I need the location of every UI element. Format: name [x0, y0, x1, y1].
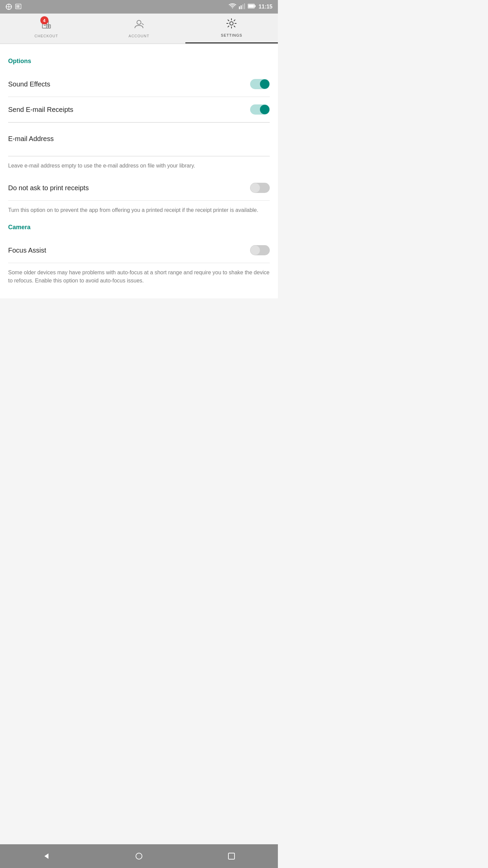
settings-content: Options Sound Effects Send E-mail Receip… — [0, 44, 278, 298]
camera-section: Camera Focus Assist Some older devices m… — [8, 224, 270, 288]
tab-account[interactable]: ACCOUNT — [93, 14, 185, 43]
email-description: Leave e-mail address empty to use the e-… — [8, 156, 270, 173]
svg-rect-4 — [239, 6, 240, 9]
sound-effects-label: Sound Effects — [8, 80, 50, 88]
focus-assist-description: Some older devices may have problems wit… — [8, 263, 270, 288]
tab-account-label: ACCOUNT — [128, 34, 149, 38]
email-address-section: E-mail Address Leave e-mail address empt… — [8, 122, 270, 175]
focus-assist-knob — [250, 245, 260, 255]
wifi-icon — [229, 3, 236, 11]
focus-assist-label: Focus Assist — [8, 246, 46, 254]
svg-rect-10 — [248, 5, 254, 8]
account-icon — [133, 18, 145, 32]
status-icon-1 — [5, 3, 12, 10]
sound-effects-knob — [260, 79, 269, 89]
print-receipts-description: Turn this option on to prevent the app f… — [8, 201, 270, 217]
email-input[interactable] — [8, 146, 270, 156]
focus-assist-toggle[interactable] — [250, 245, 270, 255]
svg-rect-5 — [241, 5, 242, 9]
status-bar: 11:15 — [0, 0, 278, 14]
focus-assist-row: Focus Assist — [8, 238, 270, 263]
svg-point-20 — [230, 22, 233, 25]
time-display: 11:15 — [259, 4, 272, 10]
send-email-receipts-label: Send E-mail Receipts — [8, 106, 73, 114]
status-icon-2 — [15, 3, 22, 10]
tab-settings-label: SETTINGS — [221, 33, 242, 37]
send-email-receipts-toggle[interactable] — [250, 104, 270, 115]
svg-point-18 — [137, 20, 141, 24]
send-email-receipts-knob — [260, 105, 269, 114]
options-header: Options — [8, 58, 270, 65]
svg-rect-7 — [244, 3, 245, 9]
focus-assist-section: Focus Assist Some older devices may have… — [8, 238, 270, 288]
tab-checkout-label: CHECKOUT — [35, 34, 58, 38]
tab-bar: 4 CHECKOUT ACCOUNT — [0, 14, 278, 44]
svg-rect-6 — [242, 4, 243, 9]
svg-rect-9 — [255, 5, 256, 7]
print-receipts-row: Do not ask to print receipts — [8, 175, 270, 201]
battery-icon — [248, 3, 256, 10]
settings-icon — [225, 17, 238, 31]
tab-checkout[interactable]: 4 CHECKOUT — [0, 14, 93, 43]
camera-header: Camera — [8, 224, 270, 231]
sound-effects-row: Sound Effects — [8, 72, 270, 97]
checkout-badge: 4 — [40, 16, 48, 24]
print-receipts-knob — [250, 183, 260, 193]
status-right-icons: 11:15 — [229, 3, 272, 11]
sound-effects-toggle[interactable] — [250, 79, 270, 89]
svg-rect-3 — [18, 5, 19, 8]
print-receipts-toggle[interactable] — [250, 183, 270, 193]
svg-rect-2 — [17, 5, 18, 8]
svg-line-19 — [142, 23, 144, 25]
tab-settings[interactable]: SETTINGS — [185, 14, 278, 43]
email-address-label: E-mail Address — [8, 130, 270, 143]
signal-icon — [239, 3, 245, 11]
options-section: Options Sound Effects Send E-mail Receip… — [8, 58, 270, 217]
status-left-icons — [5, 3, 22, 10]
print-receipts-section: Do not ask to print receipts Turn this o… — [8, 175, 270, 217]
print-receipts-label: Do not ask to print receipts — [8, 184, 89, 192]
send-email-receipts-row: Send E-mail Receipts — [8, 97, 270, 122]
